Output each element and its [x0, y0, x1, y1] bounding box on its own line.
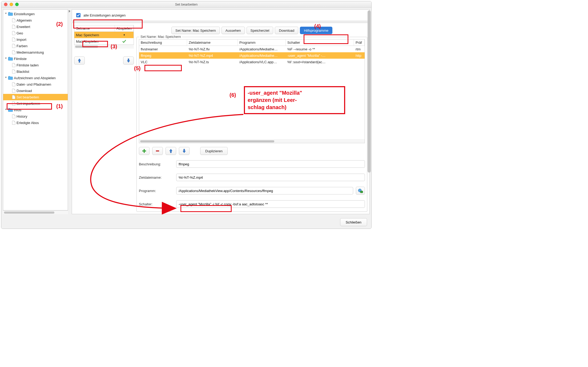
move-up-set-button[interactable]: [74, 57, 85, 65]
input-description[interactable]: [176, 160, 365, 168]
disclosure-icon: [5, 109, 7, 111]
tree-item[interactable]: Set importieren: [3, 100, 68, 107]
tree-item[interactable]: Allgemein: [3, 17, 68, 23]
tree-group[interactable]: Einstellungen: [3, 11, 68, 17]
arrow-down-icon: [126, 58, 131, 63]
show-all-checkbox[interactable]: [76, 13, 80, 17]
file-icon: [12, 18, 15, 22]
svg-rect-1: [142, 150, 146, 151]
tab-speicherziel[interactable]: Speicherziel: [247, 27, 273, 34]
label-description: Beschreibung:: [139, 162, 174, 166]
tab-download[interactable]: Download: [275, 27, 298, 34]
tab-set-name-mac-speichern[interactable]: Set Name: Mac Speichern: [171, 27, 220, 34]
tree-item[interactable]: Download: [3, 87, 68, 94]
row-switch: Schalter:: [139, 199, 365, 209]
prog-cell: ffmpeg: [139, 54, 187, 58]
set-table-row[interactable]: Mac Speichern•: [74, 32, 134, 38]
close-icon[interactable]: [4, 3, 7, 6]
prog-cell: %f :sout=#standard{ac…: [286, 60, 354, 64]
remove-program-button[interactable]: [152, 147, 163, 155]
editor-panel: SetnameAbspielenMac Speichern•Mac Abspie…: [72, 23, 370, 214]
tree-item-label: Allgemein: [17, 18, 32, 22]
add-program-button[interactable]: [139, 147, 150, 155]
program-table-scrollbar[interactable]: [139, 139, 365, 143]
prog-col-0[interactable]: Beschreibung: [139, 39, 187, 46]
main-scrollbar[interactable]: [368, 10, 371, 213]
prog-col-3[interactable]: Schalter: [286, 39, 354, 46]
sidebar-tree[interactable]: EinstellungenAllgemeinErweitertGeoImport…: [3, 9, 68, 210]
set-list-table[interactable]: SetnameAbspielenMac Speichern•Mac Abspie…: [74, 25, 134, 45]
sidebar-scrollbar[interactable]: [3, 210, 68, 214]
folder-icon: [8, 76, 13, 80]
set-col-name[interactable]: Setname: [74, 25, 115, 31]
tree-group[interactable]: Filmliste: [3, 55, 68, 62]
prog-col-4[interactable]: Präf: [354, 39, 365, 46]
row-program: Programm:: [139, 185, 365, 196]
prog-col-2[interactable]: Programm: [238, 39, 286, 46]
file-icon: [12, 89, 15, 93]
tree-item[interactable]: Geo: [3, 30, 68, 36]
input-target[interactable]: [176, 174, 365, 181]
label-switch: Schalter:: [139, 202, 174, 206]
minimize-icon[interactable]: [10, 3, 13, 6]
tree-item-label: Farben: [17, 44, 27, 48]
config-area: Set Name: Mac SpeichernAussehenSpeicherz…: [136, 25, 367, 212]
svg-rect-2: [156, 150, 159, 151]
close-button[interactable]: Schließen: [340, 218, 367, 226]
file-icon: [12, 114, 15, 118]
tree-item[interactable]: Erweitert: [3, 23, 68, 30]
prog-cell: http: [354, 54, 365, 58]
tree-item[interactable]: Import: [3, 36, 68, 43]
tree-group[interactable]: Aufzeichnen und Abspielen: [3, 75, 68, 81]
folder-icon: [8, 108, 13, 112]
svg-rect-4: [360, 191, 363, 193]
program-table-row[interactable]: ffmpeg%t-%T-%Z.mp4/Applications/Mediathe…: [139, 52, 365, 59]
tree-item[interactable]: Filmliste laden: [3, 62, 68, 68]
input-switch[interactable]: [176, 200, 365, 208]
file-icon: [12, 63, 15, 67]
folder-search-icon: [358, 188, 363, 193]
folder-icon: [8, 12, 13, 16]
prog-col-1[interactable]: Zieldateiname: [187, 39, 238, 46]
input-program[interactable]: [176, 187, 353, 194]
show-all-panel: alle Einstellungen anzeigen: [72, 9, 370, 21]
tree-item-label: Datei- und Pfadnamen: [17, 82, 51, 86]
tree-item[interactable]: History: [3, 113, 68, 119]
set-table-row[interactable]: Mac Abspielen: [74, 38, 134, 45]
program-table[interactable]: BeschreibungZieldateinameProgrammSchalte…: [139, 39, 365, 143]
prog-cell: rtm: [354, 47, 365, 51]
window: Set bearbeiten EinstellungenAllgemeinErw…: [1, 1, 372, 229]
program-table-row[interactable]: flvstreamer%t-%T-%Z.flv/Applications/Med…: [139, 46, 365, 52]
pane-disclosure[interactable]: [68, 8, 72, 216]
set-list: SetnameAbspielenMac Speichern•Mac Abspie…: [74, 25, 134, 45]
tree-item[interactable]: Datei- und Pfadnamen: [3, 81, 68, 87]
file-icon: [12, 69, 15, 74]
setlist-button-row: [74, 49, 134, 65]
move-up-program-button[interactable]: [166, 147, 176, 155]
tab-aussehen[interactable]: Aussehen: [221, 27, 245, 34]
fullscreen-icon[interactable]: [15, 3, 19, 6]
browse-program-button[interactable]: [356, 187, 365, 195]
tree-item[interactable]: Set bearbeiten: [3, 94, 68, 100]
prog-cell: %F --resume -o **: [286, 47, 354, 51]
tree-item[interactable]: Farben: [3, 43, 68, 49]
program-button-row: Duplizieren: [139, 146, 365, 156]
move-down-set-button[interactable]: [123, 57, 134, 65]
tree-item[interactable]: Mediensammlung: [3, 49, 68, 55]
program-table-row[interactable]: VLC%t-%T-%Z.ts/Applications/VLC.app…%f :…: [139, 59, 365, 65]
tree-group[interactable]: Infos: [3, 107, 68, 113]
tab-hilfsprogramme[interactable]: Hilfsprogramme: [300, 27, 332, 34]
tree-item[interactable]: Blacklist: [3, 68, 68, 75]
tree-item-label: Download: [17, 89, 32, 93]
prog-cell: -user_agent "Mozilla" -…: [286, 54, 354, 58]
duplicate-button[interactable]: Duplizieren: [200, 147, 228, 155]
prog-cell: %t-%T-%Z.flv: [187, 47, 238, 51]
set-col-play[interactable]: Abspielen: [115, 25, 134, 31]
tree-item[interactable]: Erledigte Abos: [3, 119, 68, 126]
prog-cell: %t-%T-%Z.ts: [187, 60, 238, 64]
prog-cell: flvstreamer: [139, 47, 187, 51]
check-icon: [122, 39, 126, 43]
setlist-scrollbar[interactable]: [74, 45, 134, 49]
label-program: Programm:: [139, 189, 174, 193]
move-down-program-button[interactable]: [179, 147, 190, 155]
